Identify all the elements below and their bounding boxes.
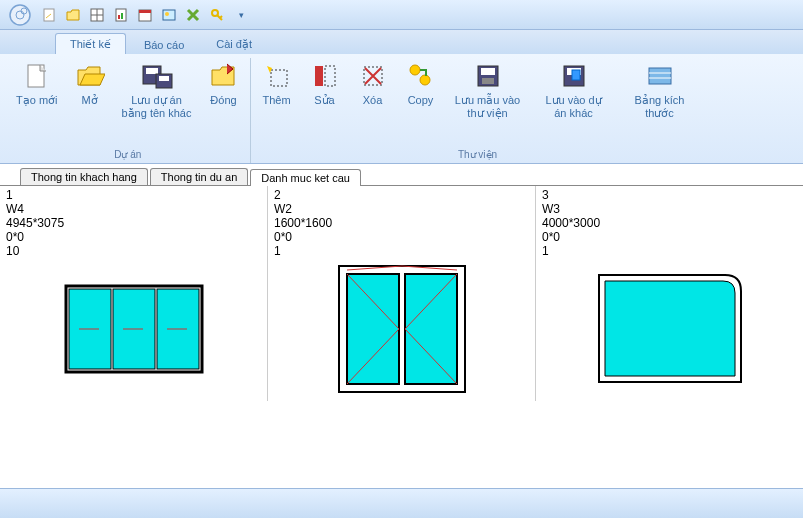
add-button[interactable]: Thêm bbox=[257, 58, 297, 147]
svg-rect-11 bbox=[139, 10, 151, 13]
button-label: Lưu vào dự án khác bbox=[539, 94, 609, 120]
item-position: 0*0 bbox=[542, 230, 797, 244]
qat-customize-button[interactable]: ▾ bbox=[230, 4, 252, 26]
svg-point-25 bbox=[420, 75, 430, 85]
item-preview bbox=[274, 258, 529, 399]
dimension-table-button[interactable]: Bảng kích thước bbox=[621, 58, 699, 147]
delete-icon bbox=[359, 62, 387, 90]
item-size: 4000*3000 bbox=[542, 216, 797, 230]
button-label: Bảng kích thước bbox=[625, 94, 695, 120]
item-code: W3 bbox=[542, 202, 797, 216]
grid-icon bbox=[89, 7, 105, 23]
tab-structures[interactable]: Danh muc ket cau bbox=[250, 169, 361, 186]
save-as-icon bbox=[141, 62, 173, 90]
svg-rect-21 bbox=[315, 66, 323, 86]
new-button[interactable]: Tạo mới bbox=[12, 58, 62, 147]
quick-access-toolbar: ▾ bbox=[0, 0, 803, 30]
ribbon-tab-report[interactable]: Báo cáo bbox=[130, 35, 198, 54]
open-button[interactable]: Mở bbox=[70, 58, 110, 147]
save-other-icon bbox=[560, 62, 588, 90]
item-size: 4945*3075 bbox=[6, 216, 261, 230]
item-preview bbox=[6, 258, 261, 399]
button-label: Tạo mới bbox=[16, 94, 58, 107]
ribbon-tab-settings[interactable]: Cài đặt bbox=[202, 34, 266, 54]
group-label: Dự án bbox=[114, 147, 141, 163]
app-menu-button[interactable] bbox=[4, 2, 36, 28]
gear-icon bbox=[6, 3, 34, 27]
chevron-down-icon: ▾ bbox=[239, 10, 244, 20]
item-preview bbox=[542, 258, 797, 399]
add-icon bbox=[263, 62, 291, 90]
svg-point-13 bbox=[165, 12, 169, 16]
new-doc-icon bbox=[41, 7, 57, 23]
save-library-button[interactable]: Lưu mẫu vào thư viện bbox=[449, 58, 527, 147]
list-item[interactable]: 1 W4 4945*3075 0*0 10 bbox=[0, 186, 268, 401]
save-other-button[interactable]: Lưu vào dự án khác bbox=[535, 58, 613, 147]
qat-delete-button[interactable] bbox=[182, 4, 204, 26]
item-index: 1 bbox=[6, 188, 261, 202]
save-as-button[interactable]: Lưu dự án bằng tên khác bbox=[118, 58, 196, 147]
close-folder-icon bbox=[209, 62, 239, 90]
qat-report-button[interactable] bbox=[110, 4, 132, 26]
svg-point-0 bbox=[10, 5, 30, 25]
save-icon bbox=[474, 62, 502, 90]
svg-rect-31 bbox=[572, 70, 580, 80]
edit-button[interactable]: Sửa bbox=[305, 58, 345, 147]
close-button[interactable]: Đóng bbox=[204, 58, 244, 147]
qat-calendar-button[interactable] bbox=[134, 4, 156, 26]
open-folder-icon bbox=[75, 62, 105, 90]
calendar-icon bbox=[137, 7, 153, 23]
ribbon-group-project: Tạo mới Mở Lưu dự án bằng tên khác Đóng … bbox=[6, 58, 250, 163]
folder-icon bbox=[65, 7, 81, 23]
tab-project-info[interactable]: Thong tin du an bbox=[150, 168, 248, 185]
item-size: 1600*1600 bbox=[274, 216, 529, 230]
x-icon bbox=[185, 7, 201, 23]
button-label: Mở bbox=[81, 94, 97, 107]
copy-button[interactable]: Copy bbox=[401, 58, 441, 147]
item-quantity: 10 bbox=[6, 244, 261, 258]
content-tabs: Thong tin khach hang Thong tin du an Dan… bbox=[0, 164, 803, 186]
window-preview-icon bbox=[337, 264, 467, 394]
button-label: Lưu mẫu vào thư viện bbox=[453, 94, 523, 120]
ribbon-tab-design[interactable]: Thiết kế bbox=[55, 33, 126, 54]
item-position: 0*0 bbox=[274, 230, 529, 244]
svg-point-24 bbox=[410, 65, 420, 75]
delete-button[interactable]: Xóa bbox=[353, 58, 393, 147]
qat-key-button[interactable] bbox=[206, 4, 228, 26]
tab-customer-info[interactable]: Thong tin khach hang bbox=[20, 168, 148, 185]
window-preview-icon bbox=[595, 271, 745, 386]
report-icon bbox=[113, 7, 129, 23]
item-index: 3 bbox=[542, 188, 797, 202]
svg-rect-17 bbox=[146, 68, 158, 74]
item-code: W2 bbox=[274, 202, 529, 216]
group-label: Thư viện bbox=[458, 147, 497, 163]
qat-grid-button[interactable] bbox=[86, 4, 108, 26]
svg-rect-8 bbox=[118, 15, 120, 19]
qat-folder-button[interactable] bbox=[62, 4, 84, 26]
copy-icon bbox=[407, 62, 435, 90]
svg-rect-43 bbox=[347, 274, 399, 384]
svg-rect-28 bbox=[482, 78, 494, 84]
structures-list: 1 W4 4945*3075 0*0 10 2 W2 1600*1600 0*0… bbox=[0, 186, 803, 401]
qat-picture-button[interactable] bbox=[158, 4, 180, 26]
picture-icon bbox=[161, 7, 177, 23]
item-quantity: 1 bbox=[274, 244, 529, 258]
svg-rect-20 bbox=[271, 70, 287, 86]
item-quantity: 1 bbox=[542, 244, 797, 258]
svg-rect-12 bbox=[163, 10, 175, 20]
item-index: 2 bbox=[274, 188, 529, 202]
list-item[interactable]: 2 W2 1600*1600 0*0 1 bbox=[268, 186, 536, 401]
item-position: 0*0 bbox=[6, 230, 261, 244]
item-code: W4 bbox=[6, 202, 261, 216]
svg-rect-27 bbox=[481, 68, 495, 75]
svg-rect-32 bbox=[649, 68, 671, 84]
list-item[interactable]: 3 W3 4000*3000 0*0 1 bbox=[536, 186, 803, 401]
window-preview-icon bbox=[64, 284, 204, 374]
button-label: Lưu dự án bằng tên khác bbox=[122, 94, 192, 120]
svg-rect-19 bbox=[159, 76, 169, 81]
table-icon bbox=[646, 62, 674, 90]
ribbon-body: Tạo mới Mở Lưu dự án bằng tên khác Đóng … bbox=[0, 54, 803, 164]
ribbon-group-library: Thêm Sửa Xóa Copy Lưu mẫu vào thư viện L… bbox=[250, 58, 705, 163]
button-label: Thêm bbox=[262, 94, 290, 107]
qat-new-button[interactable] bbox=[38, 4, 60, 26]
